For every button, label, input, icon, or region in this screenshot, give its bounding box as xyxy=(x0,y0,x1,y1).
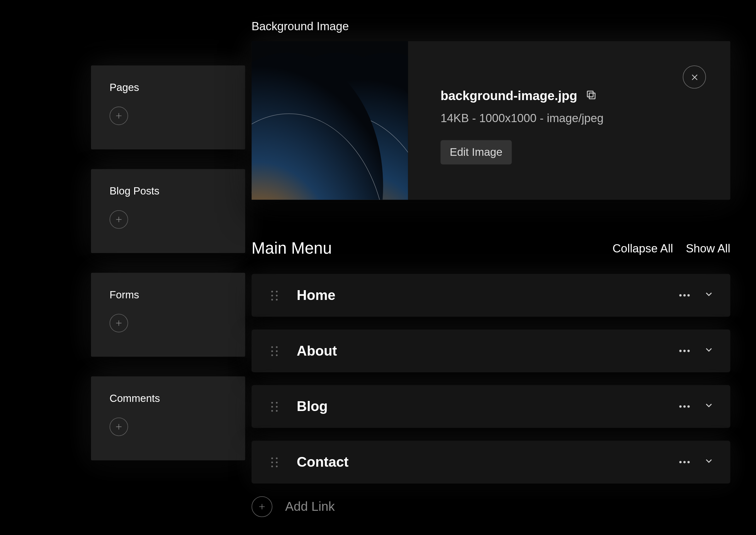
chevron-down-icon[interactable] xyxy=(704,400,714,412)
menu-item-about[interactable]: About xyxy=(252,329,731,372)
filename-row: background-image.jpg xyxy=(440,89,597,104)
sidebar-card-pages: Pages xyxy=(91,66,245,150)
background-image-filename: background-image.jpg xyxy=(440,89,577,104)
close-button[interactable] xyxy=(683,66,706,89)
background-image-meta: 14KB - 1000x1000 - image/jpeg xyxy=(440,112,604,125)
main-menu-title: Main Menu xyxy=(252,239,332,258)
drag-handle-icon[interactable] xyxy=(271,455,280,469)
main-menu-section: Main Menu Collapse All Show All Home xyxy=(252,239,731,517)
add-link-button[interactable] xyxy=(252,496,272,517)
show-all-link[interactable]: Show All xyxy=(686,242,730,255)
plus-icon xyxy=(258,503,266,511)
menu-item-contact[interactable]: Contact xyxy=(252,440,731,483)
add-blog-post-button[interactable] xyxy=(109,210,128,229)
sidebar-card-forms: Forms xyxy=(91,273,245,357)
background-image-section: Background Image xyxy=(252,20,731,200)
menu-item-actions xyxy=(679,289,714,301)
menu-item-label: About xyxy=(297,343,337,359)
add-form-button[interactable] xyxy=(109,314,128,332)
thumbnail-art xyxy=(252,41,408,200)
drag-handle-icon[interactable] xyxy=(271,344,280,358)
drag-handle-icon[interactable] xyxy=(271,400,280,413)
menu-item-home[interactable]: Home xyxy=(252,274,731,317)
add-page-button[interactable] xyxy=(109,107,128,125)
plus-icon xyxy=(115,423,123,431)
menu-item-label: Home xyxy=(297,287,336,304)
menu-item-actions xyxy=(679,456,714,468)
sidebar-card-title: Comments xyxy=(109,393,227,405)
sidebar-card-title: Pages xyxy=(109,81,227,94)
more-icon[interactable] xyxy=(679,405,689,408)
svg-rect-5 xyxy=(587,91,593,97)
chevron-down-icon[interactable] xyxy=(704,289,714,301)
more-icon[interactable] xyxy=(679,350,689,352)
add-link-row[interactable]: Add Link xyxy=(252,496,731,517)
add-link-label: Add Link xyxy=(285,499,335,514)
main-menu-actions: Collapse All Show All xyxy=(612,242,730,255)
menu-item-actions xyxy=(679,345,714,357)
main-menu-header: Main Menu Collapse All Show All xyxy=(252,239,731,258)
menu-item-label: Contact xyxy=(297,454,348,470)
menu-items-list: Home About Blog xyxy=(252,274,731,483)
sidebar-card-title: Blog Posts xyxy=(109,185,227,198)
background-image-thumbnail[interactable] xyxy=(252,41,408,200)
collapse-all-link[interactable]: Collapse All xyxy=(612,242,673,255)
svg-rect-4 xyxy=(590,93,595,99)
menu-item-label: Blog xyxy=(297,398,328,415)
sidebar-card-blog-posts: Blog Posts xyxy=(91,169,245,253)
sidebar-card-title: Forms xyxy=(109,289,227,301)
background-image-info: background-image.jpg 14KB - 1000x1000 - … xyxy=(408,41,620,200)
menu-item-actions xyxy=(679,400,714,412)
drag-handle-icon[interactable] xyxy=(271,288,280,302)
more-icon[interactable] xyxy=(679,294,689,296)
background-image-label: Background Image xyxy=(252,20,731,33)
sidebar-card-comments: Comments xyxy=(91,377,245,461)
chevron-down-icon[interactable] xyxy=(704,456,714,468)
add-comment-button[interactable] xyxy=(109,418,128,436)
close-icon xyxy=(690,73,699,81)
chevron-down-icon[interactable] xyxy=(704,345,714,357)
plus-icon xyxy=(115,112,123,120)
more-icon[interactable] xyxy=(679,461,689,463)
menu-item-blog[interactable]: Blog xyxy=(252,385,731,428)
plus-icon xyxy=(115,319,123,327)
copy-icon[interactable] xyxy=(585,89,597,103)
edit-image-button[interactable]: Edit Image xyxy=(440,140,512,164)
plus-icon xyxy=(115,215,123,223)
background-image-panel: background-image.jpg 14KB - 1000x1000 - … xyxy=(252,41,731,200)
sidebar: Pages Blog Posts Forms Comments xyxy=(91,66,245,461)
